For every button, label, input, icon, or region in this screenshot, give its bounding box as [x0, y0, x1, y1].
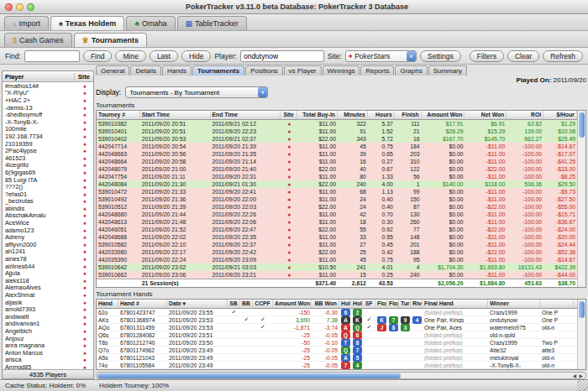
tournament-row[interactable]: 5390103822011/09/20 20:512011/09/21 02:1… — [97, 120, 577, 128]
player-row[interactable]: 21019359♠ — [3, 140, 93, 148]
tab-reports[interactable]: Reports — [360, 65, 394, 76]
mine-button[interactable]: Mine — [115, 50, 145, 62]
tab-summary[interactable]: Summary — [428, 65, 467, 76]
tab-winnings[interactable]: Winnings — [323, 65, 360, 76]
tournament-row[interactable]: 5390106422011/09/20 23:022011/09/21 03:0… — [97, 263, 577, 271]
tournament-row[interactable]: 4420353902011/09/20 22:242011/09/20 23:0… — [97, 256, 577, 263]
player-row[interactable]: ???2()♠ — [3, 183, 93, 190]
scroll-left-button[interactable]: ◀ — [572, 373, 576, 379]
column-header[interactable]: BB — [240, 300, 253, 308]
tournament-row[interactable]: 4420486802011/09/20 21:442011/09/20 22:2… — [97, 211, 577, 218]
player-row[interactable]: ?efas01♠ — [3, 190, 93, 198]
zoom-button[interactable] — [27, 3, 34, 11]
tournament-row[interactable]: 4420486632011/09/20 20:562011/09/20 21:3… — [97, 150, 577, 158]
tournament-row[interactable]: 5390104722011/09/20 21:332011/09/20 22:4… — [97, 188, 577, 196]
hands-row[interactable]: 74o678011059842011/09/20 23:49-25-0.0574… — [97, 362, 577, 369]
column-header[interactable]: SB — [228, 300, 240, 308]
column-header[interactable]: CCPF — [253, 300, 273, 308]
tournaments-scrollbar[interactable] — [577, 111, 585, 287]
hands-row[interactable]: 62o678014237472011/09/20 23:55✓-150-0.30… — [97, 309, 577, 316]
tab-positions[interactable]: Positions — [245, 65, 282, 76]
tab-details[interactable]: Details — [130, 65, 160, 76]
column-header[interactable]: Amount Won — [273, 300, 312, 308]
player-row[interactable]: Anton Marcus♠ — [3, 349, 93, 357]
player-row[interactable]: #mathos14#♠ — [3, 82, 93, 90]
refresh-button[interactable]: Refresh — [543, 50, 583, 62]
tab-vs-player[interactable]: vs Player — [284, 65, 322, 76]
tab-cash-games[interactable]: $ Cash Games — [4, 33, 72, 47]
player-row[interactable]: ah1241♠ — [3, 248, 93, 256]
clear-button[interactable]: Clear — [507, 50, 539, 62]
column-header-site[interactable]: Site — [75, 73, 93, 81]
display-select[interactable]: Tournaments - By Tournament ▾ — [125, 86, 268, 98]
player-row[interactable]: 192.168.7734♠ — [3, 133, 93, 140]
player-row[interactable]: Anmgd85♠ — [3, 363, 93, 369]
horizontal-scrollbar[interactable]: ◀ ▶ — [96, 372, 586, 379]
filters-button[interactable]: Filters — [470, 50, 504, 62]
player-row[interactable]: amold7393♠ — [3, 305, 93, 313]
column-header[interactable]: Finish — [395, 111, 422, 119]
player-row[interactable]: adamo123♠ — [3, 227, 93, 234]
player-row[interactable]: afflyvn2000♠ — [3, 241, 93, 248]
player-row[interactable]: abindis♠ — [3, 205, 93, 212]
player-row[interactable]: -X-TonyB-X-♠ — [3, 118, 93, 126]
find-button[interactable]: Find — [83, 50, 113, 62]
tab-tournaments[interactable]: ♛ Tournaments — [74, 33, 147, 47]
column-header[interactable]: $/Hour — [543, 111, 577, 119]
player-row[interactable]: airlines644♠ — [3, 263, 93, 270]
tab-general[interactable]: General — [96, 65, 129, 76]
tab-hands[interactable]: Hands — [162, 65, 192, 76]
column-header[interactable]: Amount Won — [422, 111, 465, 119]
close-button[interactable] — [5, 3, 13, 11]
scrollbar-thumb[interactable] — [579, 112, 585, 138]
tournament-row[interactable]: 5390106622011/09/20 23:062011/09/20 23:2… — [97, 271, 577, 279]
column-header[interactable]: ROI — [507, 111, 543, 119]
tournament-row[interactable]: 4420480792011/09/20 21:002011/09/20 21:4… — [97, 165, 577, 173]
player-row[interactable]: AbschakAmalu♠ — [3, 212, 93, 220]
settings-button[interactable]: Settings — [420, 50, 461, 62]
resize-grip[interactable] — [577, 380, 588, 391]
scroll-right-button[interactable]: ▶ — [579, 373, 583, 379]
player-row[interactable]: 461523♠ — [3, 154, 93, 162]
column-header[interactable]: Hand # — [118, 300, 167, 308]
player-row[interactable]: AlemaoAlves♠ — [3, 284, 93, 292]
hands-row[interactable]: T8s678012127402011/09/20 23:50-50-0.10T8… — [97, 339, 577, 347]
column-header[interactable]: BB Won — [312, 300, 339, 308]
tournament-row[interactable]: 4420480842011/09/20 21:302011/09/21 01:3… — [97, 180, 577, 188]
hide-button[interactable]: Hide — [181, 50, 211, 62]
tournament-row[interactable]: 4420460512011/09/20 21:522011/09/20 22:4… — [97, 226, 577, 233]
tab-tournaments[interactable]: Tournaments — [192, 65, 244, 76]
column-header[interactable]: Hole — [339, 300, 351, 308]
player-row[interactable]: andiwaltl♠ — [3, 313, 93, 321]
column-header[interactable]: Minutes — [338, 111, 368, 119]
player-row[interactable]: 4lcegrillz♠ — [3, 162, 93, 169]
player-row[interactable]: -shedboymuff♠ — [3, 111, 93, 118]
hands-row[interactable]: Q6s678012840822011/09/20 23:51-25-0.05Q6… — [97, 331, 577, 339]
player-row[interactable]: Adreny♠ — [3, 233, 93, 241]
tournament-row[interactable]: 5390104012011/09/20 20:512011/09/20 22:2… — [97, 128, 577, 135]
hands-row[interactable]: A5s678011210432011/09/20 23:49-25-0.05A5… — [97, 354, 577, 362]
player-row[interactable]: AlexShmat♠ — [3, 291, 93, 299]
tournament-row[interactable]: 5390104022011/09/20 20:532011/09/21 02:3… — [97, 135, 577, 143]
column-header-player[interactable]: Player — [3, 73, 75, 81]
player-row[interactable]: Angelbich♠ — [3, 327, 93, 335]
column-header[interactable]: Hours — [368, 111, 395, 119]
scrollbar-thumb[interactable] — [97, 373, 401, 378]
column-header[interactable]: Turn — [399, 300, 411, 308]
tab-omaha[interactable]: ♣ Omaha — [126, 16, 175, 30]
hands-row[interactable]: Q7o678011749622011/09/20 23:49-25-0.05Q7… — [97, 347, 577, 354]
column-header[interactable] — [540, 300, 574, 308]
tab-texas-holdem[interactable]: ♠ Texas Holdem — [50, 16, 124, 30]
player-row[interactable]: Anjouz♠ — [3, 335, 93, 342]
column-header[interactable]: SF — [363, 300, 375, 308]
column-header[interactable]: Start Time — [140, 111, 211, 119]
column-header[interactable]: Hole — [351, 300, 363, 308]
find-input[interactable] — [24, 50, 80, 62]
tournament-row[interactable]: 5390105822011/09/20 22:102011/09/20 22:3… — [97, 241, 577, 248]
player-row[interactable]: anra magnana♠ — [3, 341, 93, 349]
player-row[interactable]: aljasik♠ — [3, 299, 93, 306]
player-row[interactable]: andivanvan1♠ — [3, 321, 93, 328]
hands-scrollbar[interactable] — [577, 300, 585, 369]
player-row[interactable]: 2Pac4lypse♠ — [3, 147, 93, 154]
player-row[interactable]: Ajjula♠ — [3, 269, 93, 277]
